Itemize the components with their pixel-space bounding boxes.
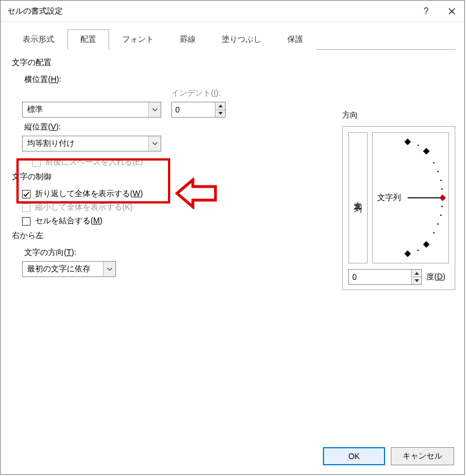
- orientation-vertical-text-button[interactable]: 文字列: [348, 132, 368, 263]
- combo-horizontal-value: 標準: [23, 105, 148, 115]
- svg-rect-6: [404, 139, 411, 145]
- chevron-down-icon: [218, 112, 223, 115]
- chevron-down-icon: [152, 142, 158, 145]
- checkbox-box: [22, 217, 31, 226]
- svg-point-18: [433, 232, 434, 233]
- tab-font[interactable]: フォント: [109, 29, 167, 50]
- chevron-down-icon: [152, 108, 158, 111]
- orientation-vertical-text: 文字列: [353, 195, 363, 200]
- spinner-indent-down[interactable]: [215, 110, 225, 118]
- label-degrees: 度(D): [426, 272, 445, 282]
- check-merge-cells[interactable]: セルを結合する(M): [22, 216, 329, 226]
- spinner-degrees[interactable]: 0: [348, 269, 422, 285]
- spinner-degrees-up[interactable]: [412, 270, 421, 278]
- window-controls: ?: [413, 1, 464, 21]
- combo-horizontal[interactable]: 標準: [22, 102, 161, 118]
- close-button[interactable]: [439, 1, 464, 21]
- check-shrink-label: 縮小して全体を表示する(K): [35, 202, 133, 213]
- format-cells-dialog: セルの書式設定 ? 表示形式 配置 フォント 罫線 塗りつぶし 保護 文字の配置…: [0, 0, 465, 475]
- spinner-indent-up[interactable]: [215, 102, 225, 110]
- svg-point-13: [440, 180, 441, 181]
- check-wrap-text-label: 折り返して全体を表示する(W): [35, 189, 143, 199]
- spinner-indent[interactable]: 0: [171, 102, 226, 118]
- svg-point-14: [441, 188, 442, 189]
- chevron-down-icon: [107, 267, 113, 271]
- combo-text-direction-value: 最初の文字に依存: [23, 264, 103, 274]
- checkbox-box: [22, 190, 31, 198]
- chevron-up-icon: [415, 272, 419, 275]
- checkmark-icon: [23, 191, 29, 197]
- accelerator-h: H: [51, 75, 57, 84]
- checkbox-box: [32, 158, 41, 167]
- label-indent: インデント(I):: [171, 88, 226, 98]
- checkbox-box: [22, 204, 31, 212]
- window-title: セルの書式設定: [7, 6, 63, 16]
- orientation-dial[interactable]: 文字列: [372, 132, 449, 263]
- title-bar: セルの書式設定 ?: [1, 1, 464, 22]
- orientation-title: 方向: [342, 110, 455, 120]
- label-vertical: 縦位置(V):: [24, 122, 329, 132]
- svg-point-16: [440, 215, 441, 216]
- tab-strip: 表示形式 配置 フォント 罫線 塗りつぶし 保護: [10, 29, 455, 50]
- label-horizontal: 横位置(H):: [24, 75, 329, 85]
- accelerator-t: T: [67, 248, 72, 257]
- accelerator-i: I: [214, 88, 216, 97]
- chevron-down-icon: [415, 279, 419, 282]
- spinner-indent-value: 0: [172, 102, 215, 117]
- svg-marker-21: [415, 279, 419, 282]
- section-text-alignment: 文字の配置: [12, 58, 329, 68]
- spinner-degrees-value: 0: [349, 270, 411, 284]
- svg-point-19: [417, 249, 418, 250]
- dialog-button-row: OK キャンセル: [1, 438, 464, 474]
- svg-rect-5: [439, 194, 446, 201]
- svg-point-10: [417, 145, 418, 146]
- close-icon: [448, 8, 455, 15]
- combo-vertical-button[interactable]: [148, 136, 161, 151]
- svg-point-12: [437, 171, 438, 172]
- tab-protection[interactable]: 保護: [274, 29, 316, 50]
- svg-point-15: [441, 206, 442, 207]
- check-space-around-label: 前後にスペースを入れる(E): [45, 157, 143, 167]
- orientation-panel: 方向 文字列 文字列: [342, 110, 455, 290]
- combo-vertical[interactable]: 均等割り付け: [22, 136, 161, 152]
- chevron-up-icon: [218, 105, 223, 107]
- check-shrink-to-fit: 縮小して全体を表示する(K): [22, 202, 329, 213]
- svg-point-11: [433, 162, 434, 163]
- tab-number[interactable]: 表示形式: [10, 29, 67, 50]
- combo-text-direction[interactable]: 最初の文字に依存: [22, 261, 116, 277]
- tab-border[interactable]: 罫線: [167, 29, 209, 50]
- combo-text-direction-button[interactable]: [103, 262, 115, 276]
- combo-horizontal-button[interactable]: [148, 102, 161, 117]
- orientation-dial-text: 文字列: [377, 193, 401, 203]
- section-right-to-left: 右から左: [12, 231, 329, 241]
- check-space-around: 前後にスペースを入れる(E): [32, 157, 329, 167]
- label-text-direction: 文字の方向(T):: [24, 248, 329, 258]
- svg-rect-9: [423, 241, 430, 248]
- tab-alignment[interactable]: 配置: [67, 29, 109, 50]
- tab-fill[interactable]: 塗りつぶし: [209, 29, 274, 50]
- spinner-degrees-down[interactable]: [412, 277, 421, 284]
- section-text-control: 文字の制御: [12, 172, 329, 182]
- svg-marker-2: [218, 105, 223, 107]
- help-button[interactable]: ?: [413, 1, 439, 21]
- cancel-button[interactable]: キャンセル: [391, 447, 454, 465]
- check-wrap-text[interactable]: 折り返して全体を表示する(W): [22, 189, 329, 199]
- ok-button[interactable]: OK: [323, 447, 385, 465]
- svg-rect-8: [404, 250, 411, 257]
- check-merge-label: セルを結合する(M): [35, 216, 102, 226]
- svg-marker-20: [415, 272, 419, 275]
- svg-point-17: [437, 223, 438, 224]
- svg-rect-7: [423, 148, 430, 155]
- svg-marker-3: [218, 112, 223, 115]
- accelerator-v: V: [51, 122, 56, 131]
- combo-vertical-value: 均等割り付け: [23, 139, 148, 149]
- dialog-content: 文字の配置 横位置(H): 標準 インデント(I):: [1, 50, 464, 438]
